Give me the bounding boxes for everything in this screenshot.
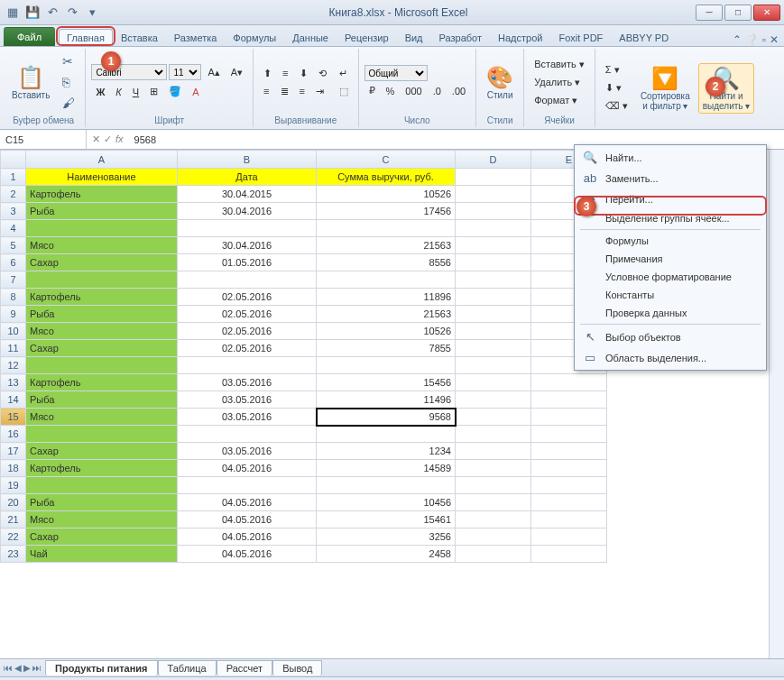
grid[interactable]: ABCDE1НаименованиеДатаСумма выручки, руб… [0,150,607,563]
header-cell[interactable]: Дата [178,169,317,186]
cell[interactable] [456,546,531,563]
cell[interactable]: 17456 [317,203,456,220]
row-header-14[interactable]: 14 [1,391,26,409]
indent-button[interactable]: ⇥ [311,83,328,100]
cell[interactable] [531,374,607,391]
cell[interactable]: 3256 [317,528,456,546]
minimize-button[interactable]: ─ [696,5,723,21]
menu-formulas[interactable]: Формулы [576,232,764,250]
excel-icon[interactable]: ▦ [4,4,22,22]
cell[interactable]: 04.05.2016 [178,494,317,511]
cut-button[interactable]: ✂ [58,51,79,71]
row-header-10[interactable]: 10 [1,323,26,340]
cell[interactable] [456,203,531,220]
col-header-C[interactable]: C [317,151,456,169]
cell[interactable] [456,460,531,477]
menu-validation[interactable]: Проверка данных [576,304,764,322]
wrap-text-button[interactable]: ↵ [335,65,353,82]
comma-button[interactable]: 000 [401,82,426,99]
cell[interactable]: 04.05.2016 [178,528,317,546]
row-header-8[interactable]: 8 [1,289,26,306]
bold-button[interactable]: Ж [91,83,109,100]
cell[interactable]: 7855 [317,340,456,357]
row-header-21[interactable]: 21 [1,511,26,528]
cell[interactable]: 8556 [317,254,456,271]
cell[interactable]: 14589 [317,460,456,477]
fill-button[interactable]: ⬇ ▾ [601,79,632,96]
fill-color-button[interactable]: 🪣 [164,83,186,100]
autosum-button[interactable]: Σ ▾ [601,61,632,78]
cell[interactable] [456,494,531,511]
row-header-7[interactable]: 7 [1,271,26,289]
first-sheet-icon[interactable]: ⏮ [4,663,13,673]
cell[interactable] [531,443,607,460]
next-sheet-icon[interactable]: ▶ [23,663,31,673]
cell[interactable] [456,340,531,357]
paste-button[interactable]: 📋 Вставить [7,62,54,103]
col-header-D[interactable]: D [456,151,531,169]
cell[interactable]: 15461 [317,511,456,528]
cell[interactable] [456,237,531,254]
select-all-corner[interactable] [1,151,26,169]
font-size-select[interactable]: 11 [169,64,201,80]
menu-replace[interactable]: abЗаменить... [576,168,764,188]
cell[interactable]: Мясо [26,237,178,254]
merge-button[interactable]: ⬚ [335,83,353,100]
row-header-13[interactable]: 13 [1,374,26,391]
cell[interactable]: Картофель [26,460,178,477]
cell[interactable]: Мясо [26,323,178,340]
cell[interactable]: Сахар [26,443,178,460]
cell[interactable]: 15456 [317,374,456,391]
align-center-button[interactable]: ≣ [276,83,293,100]
row-header-4[interactable]: 4 [1,220,26,237]
row-header-1[interactable]: 1 [1,169,26,186]
qat-more-icon[interactable]: ▾ [83,4,101,22]
align-middle-button[interactable]: ≡ [278,65,292,82]
tab-file[interactable]: Файл [4,27,55,46]
cell[interactable] [456,271,531,289]
cell[interactable] [456,323,531,340]
row-header-15[interactable]: 15 [1,409,26,426]
delete-cells-button[interactable]: Удалить ▾ [530,74,589,91]
cell[interactable]: 02.05.2016 [178,340,317,357]
cell[interactable] [531,426,607,443]
cell[interactable] [456,391,531,409]
cell[interactable] [531,391,607,409]
cell[interactable] [26,477,178,494]
cell[interactable] [456,374,531,391]
tab-data[interactable]: Данные [284,29,337,46]
close-doc-icon[interactable]: ✕ [770,33,779,46]
cell[interactable]: Картофель [26,374,178,391]
align-top-button[interactable]: ⬆ [259,65,276,82]
header-cell[interactable]: Наименование [26,169,178,186]
sort-filter-button[interactable]: 🔽 Сортировка и фильтр ▾ [636,63,695,114]
cell[interactable]: 03.05.2016 [178,374,317,391]
cell[interactable]: Сахар [26,528,178,546]
number-format-select[interactable]: Общий [364,65,428,81]
menu-goto-special[interactable]: Выделение группы ячеек... [576,209,764,227]
cell[interactable]: Сахар [26,340,178,357]
sheet-tab[interactable]: Вывод [272,660,322,675]
row-header-11[interactable]: 11 [1,340,26,357]
formula-input[interactable]: 9568 [129,134,784,145]
cell[interactable]: 10526 [317,323,456,340]
cell[interactable] [317,357,456,374]
col-header-A[interactable]: A [26,151,178,169]
cell[interactable]: 30.04.2016 [178,203,317,220]
cell[interactable] [26,220,178,237]
tab-view[interactable]: Вид [397,29,431,46]
row-header-6[interactable]: 6 [1,254,26,271]
currency-button[interactable]: ₽ [364,82,380,99]
sheet-tab[interactable]: Продукты питания [45,660,158,675]
cell[interactable] [178,426,317,443]
cell[interactable] [531,511,607,528]
menu-find[interactable]: 🔍Найти... [576,147,764,168]
row-header-18[interactable]: 18 [1,460,26,477]
redo-icon[interactable]: ↷ [63,4,81,22]
cell[interactable] [178,220,317,237]
inc-decimal-button[interactable]: .0 [429,82,446,99]
cell[interactable] [26,426,178,443]
cell[interactable] [456,254,531,271]
row-header-23[interactable]: 23 [1,546,26,563]
row-header-3[interactable]: 3 [1,203,26,220]
